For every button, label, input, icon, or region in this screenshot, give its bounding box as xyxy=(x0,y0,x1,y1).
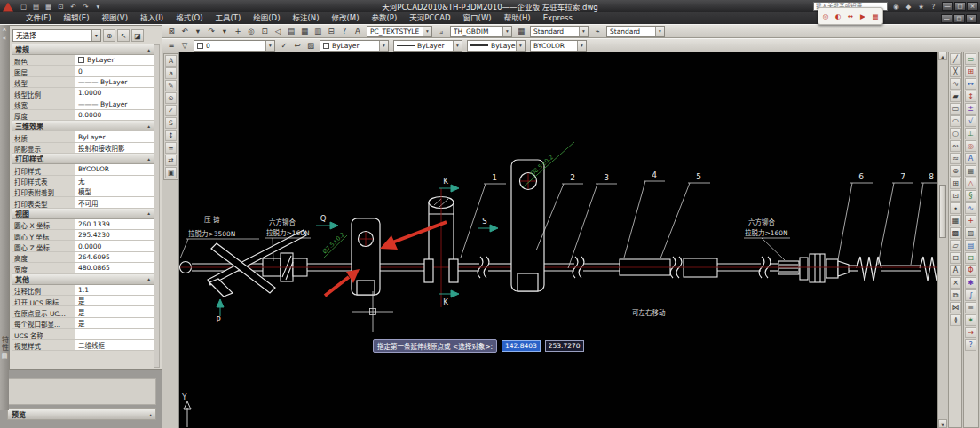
zoom-window-icon[interactable]: ⊡ xyxy=(258,26,271,37)
pc-break-line-icon[interactable]: ∿ xyxy=(965,202,976,214)
erase-icon[interactable]: × xyxy=(950,277,961,289)
search-icon[interactable]: ◉ xyxy=(890,2,902,12)
property-value[interactable]: 264.6095 xyxy=(75,252,154,263)
qat-dropdown-icon[interactable]: ▾ xyxy=(92,2,104,12)
collapse-icon[interactable]: ▴ xyxy=(147,156,150,162)
line-icon[interactable]: ╱ xyxy=(950,53,961,65)
menu-parametric[interactable]: 参数(P) xyxy=(365,12,403,24)
chevron-down-icon[interactable]: ▾ xyxy=(516,41,525,51)
property-value[interactable]: ByLayer xyxy=(75,55,154,66)
property-value[interactable]: 二维线框 xyxy=(75,340,154,351)
pc-table-icon[interactable]: ▦ xyxy=(965,165,976,177)
property-value[interactable] xyxy=(75,329,154,339)
pc-gear-icon[interactable]: ✱ xyxy=(965,277,976,289)
undo-icon[interactable]: ↶ xyxy=(178,26,191,37)
redo-icon[interactable]: ↷ xyxy=(205,26,217,37)
select-objects-icon[interactable]: ↖ xyxy=(117,29,130,42)
pc-frame-icon[interactable]: ▭ xyxy=(965,53,976,65)
doc-close-button[interactable]: × xyxy=(966,14,977,23)
menu-draw[interactable]: 绘图(D) xyxy=(247,12,286,24)
doc-minimize-button[interactable]: — xyxy=(941,14,952,23)
mirror-icon[interactable]: ⋈ xyxy=(950,302,961,313)
section-header-general[interactable]: 常规▴ xyxy=(12,44,154,55)
arc-icon[interactable]: ◠ xyxy=(950,115,961,127)
canvas-vertical-scrollbar[interactable]: ▲ ▼ xyxy=(937,52,947,428)
collapse-icon[interactable]: ▴ xyxy=(147,276,150,281)
collapse-icon[interactable]: ▴ xyxy=(147,210,150,216)
pc-weld-symbol-icon[interactable]: △ xyxy=(965,178,976,189)
property-value[interactable]: 是 xyxy=(75,318,154,329)
layer-filter-icon[interactable]: ▽ xyxy=(178,40,191,52)
property-value[interactable]: 295.4230 xyxy=(75,230,154,241)
palette-close-icon[interactable]: × xyxy=(1,25,9,34)
pc-tolerance-icon[interactable]: ± xyxy=(965,103,976,115)
point-icon[interactable]: ∙ xyxy=(950,202,961,214)
property-value[interactable]: 不可用 xyxy=(75,197,154,208)
save-file-icon[interactable]: ▦ xyxy=(43,2,54,12)
menu-insert[interactable]: 插入(I) xyxy=(134,12,170,24)
menu-modify[interactable]: 修改(M) xyxy=(325,12,365,24)
mleader-style-icon[interactable]: ⌁ xyxy=(591,26,604,37)
plot-style-combo[interactable]: BYCOLOR ▾ xyxy=(530,40,587,52)
text-style-icon[interactable]: A xyxy=(352,26,364,37)
favorites-icon[interactable]: ★ xyxy=(915,2,927,12)
pc-hatch-icon[interactable]: ▨ xyxy=(965,227,976,239)
cc-status-icon[interactable]: ◎ xyxy=(821,12,831,21)
pc-dim-vertical-icon[interactable]: ↕ xyxy=(965,91,976,102)
chevron-down-icon[interactable]: ▾ xyxy=(577,41,586,51)
property-value[interactable]: 0.0000 xyxy=(75,110,154,121)
property-value[interactable]: ——— ByLayer xyxy=(75,77,154,88)
linetype-combo[interactable]: ByLayer ▾ xyxy=(393,40,462,52)
app-logo-icon[interactable] xyxy=(3,3,13,12)
pc-bolt-icon[interactable]: Φ xyxy=(965,265,976,276)
cc-transfer-icon[interactable]: ↔ xyxy=(846,12,856,21)
gradient-icon[interactable]: ▩ xyxy=(950,227,961,239)
pc-settings-icon[interactable]: ✶ xyxy=(965,314,976,326)
justify-text-icon[interactable]: ≡ xyxy=(165,142,177,154)
selection-combo[interactable]: 无选择 ▾ xyxy=(12,29,101,42)
doc-restore-button[interactable]: □ xyxy=(953,14,965,23)
menu-window[interactable]: 窗口(W) xyxy=(457,12,498,24)
make-block-icon[interactable]: ⊡ xyxy=(950,190,961,202)
region-icon[interactable]: ▱ xyxy=(950,240,961,251)
single-line-text-icon[interactable]: a xyxy=(165,67,177,79)
make-object-layer-current-icon[interactable]: ✓ xyxy=(278,40,290,52)
coordinate-y-field[interactable]: 253.7270 xyxy=(545,340,584,352)
sheet-set-manager-icon[interactable]: ⊟ xyxy=(325,26,337,37)
tool-palettes-icon[interactable]: ▥ xyxy=(312,26,324,37)
dim-style-icon[interactable]: ⟓ xyxy=(435,26,447,37)
design-center-icon[interactable]: ▦ xyxy=(298,26,311,37)
property-value[interactable]: 1.0000 xyxy=(75,88,154,99)
pan-icon[interactable]: + xyxy=(232,26,244,37)
property-value[interactable]: 0.0000 xyxy=(75,241,154,251)
pc-help-icon[interactable]: ? xyxy=(965,339,976,351)
palette-scrollbar[interactable] xyxy=(154,44,160,368)
rectangle-icon[interactable]: ▭ xyxy=(950,103,961,115)
app-close-button[interactable]: × xyxy=(967,2,978,11)
undo-icon[interactable]: ↶ xyxy=(67,2,79,12)
pc-centerline-icon[interactable]: + xyxy=(965,215,976,226)
collapse-icon[interactable]: ▴ xyxy=(147,123,150,129)
pc-roughness-icon[interactable]: √ xyxy=(965,115,976,127)
find-replace-icon[interactable]: ⊙ xyxy=(165,92,177,104)
hatch-icon[interactable]: ▦ xyxy=(950,215,961,226)
scrollbar-thumb[interactable] xyxy=(939,185,946,238)
property-value[interactable]: 投射和接收阴影 xyxy=(75,143,154,154)
property-value[interactable]: BYCOLOR xyxy=(75,164,154,175)
pc-spring-icon[interactable]: ∫ xyxy=(965,289,976,301)
property-value[interactable]: 0 xyxy=(75,66,154,76)
property-value[interactable]: 模型 xyxy=(75,186,154,197)
copy-icon[interactable]: ⧉ xyxy=(950,289,961,301)
cc-play-icon[interactable]: ▶ xyxy=(858,12,868,21)
pc-dim-horizontal-icon[interactable]: ↔ xyxy=(965,78,976,90)
layer-previous-icon[interactable]: ↩ xyxy=(291,40,304,52)
layer-properties-icon[interactable]: ≡ xyxy=(165,40,178,52)
scale-text-icon[interactable]: ↕ xyxy=(165,130,177,141)
chevron-down-icon[interactable]: ▾ xyxy=(655,27,664,36)
plot-icon[interactable]: ⊡ xyxy=(55,2,67,12)
text-mask-icon[interactable]: ▣ xyxy=(165,167,177,178)
menu-tools[interactable]: 工具(T) xyxy=(209,12,247,24)
app-restore-button[interactable]: □ xyxy=(954,2,966,11)
app-minimize-button[interactable]: — xyxy=(942,2,953,11)
quick-select-icon[interactable]: ◪ xyxy=(131,29,144,42)
